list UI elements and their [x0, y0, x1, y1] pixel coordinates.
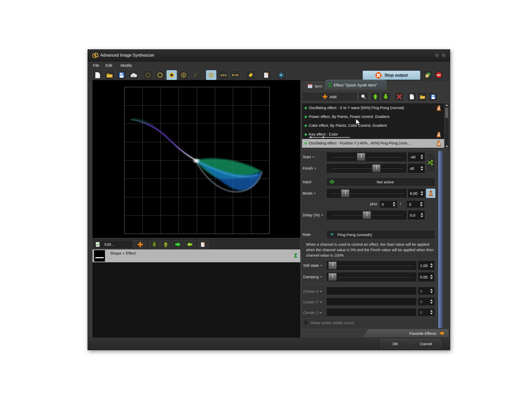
title-bar[interactable]: Advanced Image Synthesizer [88, 50, 450, 62]
still-state-slider[interactable] [326, 261, 417, 270]
still-state-label[interactable]: Still state [303, 263, 322, 268]
delay-slider[interactable] [326, 210, 407, 220]
new-effect-list-button[interactable] [407, 92, 417, 101]
move-left-button[interactable] [184, 240, 195, 249]
damping-spinner[interactable] [429, 272, 434, 282]
freeze-button[interactable] [276, 70, 286, 80]
lines-shape-button[interactable] [190, 70, 201, 80]
center-y-value-box[interactable]: 0 [418, 297, 435, 306]
finish-slider[interactable] [326, 163, 407, 173]
ok-button[interactable]: OK [381, 339, 410, 348]
menu-modify[interactable]: Modify [119, 63, 134, 68]
center-x-value-box[interactable]: 0 [418, 287, 435, 295]
effect-move-up-button[interactable] [370, 92, 380, 101]
denominator-spinner[interactable] [419, 201, 424, 208]
new-document-button[interactable] [92, 70, 103, 80]
start-label[interactable]: Start [303, 155, 314, 159]
effect-row-2[interactable]: Power effect, By Points, Power control, … [302, 112, 444, 121]
add-effect-button[interactable]: Add [302, 92, 357, 101]
menu-file[interactable]: File [91, 63, 101, 68]
segment-toggle-button[interactable] [230, 70, 240, 80]
still-state-slider-handle[interactable] [328, 262, 337, 269]
damping-value-box[interactable]: 0.00 [418, 272, 435, 282]
save-effect-button[interactable] [428, 92, 438, 101]
delay-label[interactable]: Delay (%) [303, 213, 323, 217]
spiral-shape-button[interactable]: S [178, 70, 189, 80]
effect-row-4[interactable]: Key effect - Color [302, 130, 444, 139]
rate-dropdown[interactable]: Ping-Pong (smooth) [326, 230, 435, 239]
window-minimize-icon[interactable] [435, 54, 439, 58]
move-up-button[interactable] [161, 240, 171, 249]
center-z-spinner[interactable] [429, 308, 434, 316]
effect-row-3[interactable]: Color effect, By Points, Color Control, … [302, 121, 444, 130]
search-effect-button[interactable] [358, 92, 368, 101]
beats-value-box[interactable]: 8.00 [408, 188, 425, 198]
copy-scene-button[interactable] [423, 70, 433, 80]
cloud-button[interactable] [128, 70, 139, 80]
beats-slider[interactable] [326, 188, 407, 198]
tag-button[interactable] [245, 70, 256, 80]
blackout-button[interactable] [434, 70, 443, 80]
save-button[interactable] [116, 70, 127, 80]
hexagon-shape-button[interactable] [143, 70, 153, 80]
cancel-button[interactable]: Cancel [411, 339, 441, 348]
grid-toggle-button[interactable] [206, 70, 216, 80]
show-center-checkbox[interactable] [304, 321, 308, 325]
damping-label[interactable]: Damping [303, 275, 322, 279]
start-slider[interactable] [326, 152, 407, 162]
shape-list-empty-area[interactable] [92, 262, 300, 338]
start-slider-handle[interactable] [357, 153, 365, 161]
points-toggle-button[interactable] [218, 70, 229, 80]
beats-label[interactable]: Beats [303, 191, 316, 195]
beats-slider-handle[interactable] [341, 189, 349, 197]
delay-spinner[interactable] [420, 210, 424, 220]
delay-value-box[interactable]: 0.0 [408, 210, 425, 220]
still-state-value-box[interactable]: 1.00 [418, 261, 435, 270]
center-y-spinner[interactable] [429, 298, 434, 305]
window-close-icon[interactable] [442, 54, 446, 58]
effect-list-scrollbar[interactable] [444, 103, 449, 149]
finish-spinner[interactable] [420, 164, 424, 173]
edit-button[interactable]: Edit... [94, 240, 133, 249]
effect-move-down-button[interactable] [381, 92, 391, 101]
start-value-box[interactable]: -40 [408, 152, 425, 162]
finish-slider-handle[interactable] [372, 164, 381, 172]
circle-shape-button[interactable] [155, 70, 165, 80]
delete-effect-button[interactable] [394, 92, 404, 101]
center-x-spinner[interactable] [429, 287, 434, 295]
load-effect-button[interactable] [417, 92, 427, 101]
damping-slider-handle[interactable] [328, 273, 337, 281]
scroll-down-icon[interactable] [445, 146, 448, 148]
stop-output-button[interactable]: Stop output [363, 71, 420, 80]
swap-start-finish-button[interactable] [427, 153, 435, 172]
move-right-button[interactable] [172, 240, 183, 249]
start-spinner[interactable] [420, 152, 424, 162]
parameters-scrollbar[interactable] [438, 151, 443, 328]
properties-button[interactable] [261, 70, 272, 80]
favorite-effects-button[interactable]: Favorite Effects [363, 329, 448, 337]
effect-row-1[interactable]: Oscillating effect - X to Y wave [50%] P… [302, 104, 444, 112]
shape-properties-button[interactable] [198, 240, 208, 249]
input-source-button[interactable]: Not active [326, 177, 435, 186]
delay-slider-handle[interactable] [363, 211, 371, 219]
laser-preview-canvas[interactable] [92, 80, 300, 238]
filled-circle-shape-button[interactable] [167, 70, 177, 80]
add-shape-button[interactable] [135, 240, 146, 249]
tab-item[interactable]: Item [305, 82, 325, 90]
shape-list-item-selected[interactable]: Shape + Effect Σ [92, 249, 300, 262]
plus-denominator-box[interactable]: 3 [407, 200, 425, 208]
beats-metronome-button[interactable] [426, 189, 435, 198]
open-button[interactable] [104, 70, 115, 80]
damping-slider[interactable] [326, 272, 417, 282]
effect-row-5-selected[interactable]: Oscillating effect - Position Y [-40%...… [302, 139, 444, 148]
center-z-value-box[interactable]: 0 [418, 308, 435, 316]
plus-value-box[interactable]: 0 [379, 200, 397, 208]
finish-label[interactable]: Finish [303, 166, 316, 170]
plus-spinner[interactable] [392, 201, 396, 208]
still-state-spinner[interactable] [429, 261, 434, 270]
tab-effect[interactable]: Σ Effect "Quick Synth Item" [325, 80, 386, 90]
move-down-button[interactable] [149, 240, 159, 249]
menu-edit[interactable]: Edit [104, 63, 114, 68]
beats-spinner[interactable] [420, 189, 424, 198]
scrollbar-thumb[interactable] [445, 108, 448, 118]
